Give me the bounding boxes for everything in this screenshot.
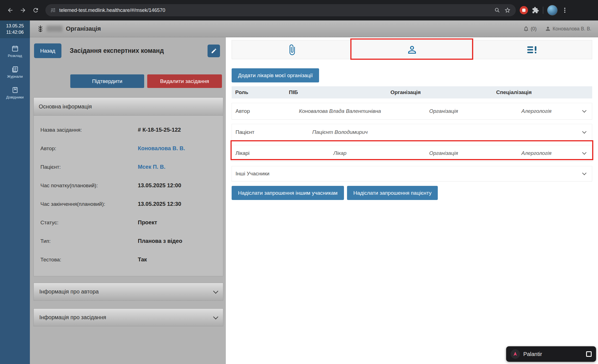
sidebar: 13.05.25 11:42:06 Розклад Журнали Довідн… <box>0 20 30 364</box>
clock-date: 13.05.25 <box>0 23 30 29</box>
table-row-doctors[interactable]: Лікарі Лікар Організація Алергологія <box>232 145 592 162</box>
main-info-card: Основна інформація Назва засідання: # К-… <box>33 97 223 276</box>
user-name: Коновалова В. В. <box>553 26 591 32</box>
clock-time: 11:42:06 <box>0 29 30 35</box>
tab-participants[interactable] <box>352 40 472 59</box>
book-icon <box>11 86 19 94</box>
palantir-widget[interactable]: Palantir <box>506 346 596 362</box>
field-label: Тип: <box>40 238 138 244</box>
cell-name: Пацієнт Володимирич <box>289 129 391 135</box>
field-value: Так <box>138 256 147 263</box>
field-label: Статус: <box>40 220 138 226</box>
paperclip-icon <box>286 44 298 56</box>
cell-role: Пацієнт <box>232 129 289 135</box>
notifications-button[interactable]: (0) <box>523 26 537 32</box>
table-row-author[interactable]: Автор Коновалова Влада Валентинівна Орга… <box>232 103 592 119</box>
cell-org: Організація <box>391 108 496 114</box>
invite-others-button[interactable]: Надіслати запрошення іншим учасникам <box>232 186 344 200</box>
chevron-down-icon <box>213 288 218 293</box>
field-type: Тип: Планова з відео <box>34 232 223 250</box>
table-row-patient[interactable]: Пацієнт Пацієнт Володимирич <box>232 124 592 141</box>
sidebar-item-label: Довідники <box>6 95 24 99</box>
chevron-down-icon[interactable] <box>582 129 586 134</box>
sidebar-item-directories[interactable]: Довідники <box>0 86 30 99</box>
confirm-button[interactable]: Підтвердити <box>70 74 144 88</box>
accordion-author-info[interactable]: Інформація про автора <box>33 283 223 301</box>
zoom-icon[interactable] <box>494 7 500 13</box>
cell-spec: Алергологія <box>496 108 576 114</box>
cell-role: Інші Учасники <box>232 171 270 177</box>
adblock-extension-icon[interactable] <box>520 6 528 14</box>
field-test: Тестова: Так <box>34 250 223 269</box>
meeting-panel: Назад Засідання експертних команд Підтве… <box>30 37 226 364</box>
page-title: Організація <box>66 25 101 32</box>
header-name: ПІБ <box>289 89 390 95</box>
field-label: Тестова: <box>40 257 138 263</box>
accordion-label: Інформація про автора <box>39 288 99 295</box>
field-label: Пацієнт: <box>40 164 138 170</box>
field-value: Проект <box>138 219 157 226</box>
browser-actions <box>520 5 568 15</box>
table-header-row: Роль ПІБ Організація Спеціалізація <box>232 86 592 98</box>
back-button[interactable]: Назад <box>34 43 61 58</box>
redacted-org-name <box>46 26 63 32</box>
field-author: Автор: Коновалова В. В. <box>34 139 223 158</box>
browser-toolbar: telemed-test.medlink.healthcare/#/msek/1… <box>0 0 598 20</box>
field-value: 13.05.2025 12:00 <box>138 182 181 189</box>
tab-feedback[interactable] <box>472 40 592 59</box>
main-info-header[interactable]: Основна інформація <box>34 98 223 116</box>
palantir-label: Palantir <box>523 351 583 357</box>
accordion-meeting-info[interactable]: Інформація про засідання <box>33 308 223 326</box>
field-meeting-name: Назва засідання: # К-18-15-25-122 <box>34 121 223 139</box>
calendar-icon <box>11 45 19 52</box>
header-org: Організація <box>390 89 496 95</box>
sidebar-item-label: Розклад <box>8 54 22 58</box>
tab-bar <box>232 40 592 59</box>
cell-role: Автор <box>232 108 289 114</box>
field-label: Час закінчення(плановий): <box>40 201 138 207</box>
clock: 13.05.25 11:42:06 <box>0 20 30 38</box>
url-text: telemed-test.medlink.healthcare/#/msek/1… <box>59 7 494 13</box>
field-label: Час початку(плановий): <box>40 183 138 189</box>
add-doctors-button[interactable]: Додати лікарів моєї організації <box>232 68 319 82</box>
accordion-label: Інформація про засідання <box>39 314 106 321</box>
chevron-down-icon[interactable] <box>582 150 586 155</box>
field-status: Статус: Проект <box>34 213 223 232</box>
feedback-exclamation-icon <box>526 44 538 56</box>
sidebar-item-label: Журнали <box>7 74 23 79</box>
bookmark-star-icon[interactable] <box>504 7 511 14</box>
sidebar-item-schedule[interactable]: Розклад <box>0 45 30 58</box>
chevron-down-icon[interactable] <box>582 108 586 113</box>
author-link[interactable]: Коновалова В. В. <box>138 145 185 152</box>
edit-button[interactable] <box>208 45 220 57</box>
patient-link[interactable]: Мсек П. В. <box>138 164 165 170</box>
address-bar[interactable]: telemed-test.medlink.healthcare/#/msek/1… <box>45 4 516 16</box>
journals-icon <box>11 66 19 73</box>
user-menu[interactable]: Коновалова В. В. <box>545 26 591 32</box>
pencil-icon <box>211 48 217 54</box>
browser-menu-kebab-icon[interactable] <box>561 7 568 14</box>
meeting-title: Засідання експертних команд <box>70 47 164 54</box>
chevron-down-icon[interactable] <box>582 171 586 175</box>
field-label: Назва засідання: <box>40 127 138 133</box>
forward-icon[interactable] <box>17 4 29 17</box>
extensions-puzzle-icon[interactable] <box>532 7 539 14</box>
table-row-other-participants[interactable]: Інші Учасники <box>232 166 592 181</box>
reload-icon[interactable] <box>29 4 42 17</box>
maximize-icon[interactable] <box>586 351 592 357</box>
field-start-time: Час початку(плановий): 13.05.2025 12:00 <box>34 176 223 195</box>
toolbar-divider <box>543 7 543 14</box>
sidebar-item-journals[interactable]: Журнали <box>0 66 30 79</box>
browser-profile-avatar[interactable] <box>547 5 558 15</box>
field-value: 13.05.2025 12:30 <box>138 201 181 207</box>
site-settings-icon[interactable] <box>50 7 56 13</box>
screen: telemed-test.medlink.healthcare/#/msek/1… <box>0 0 598 364</box>
sidebar-nav: Розклад Журнали Довідники <box>0 45 30 99</box>
field-patient: Пацієнт: Мсек П. В. <box>34 158 223 176</box>
invite-patient-button[interactable]: Надіслати запрошення пацієнту <box>347 186 438 200</box>
user-icon <box>545 26 551 32</box>
back-icon[interactable] <box>4 4 17 17</box>
delete-meeting-button[interactable]: Видалити засідання <box>147 74 222 88</box>
tab-attachments[interactable] <box>232 40 352 59</box>
participants-table: Роль ПІБ Організація Спеціалізація Автор… <box>232 86 592 181</box>
